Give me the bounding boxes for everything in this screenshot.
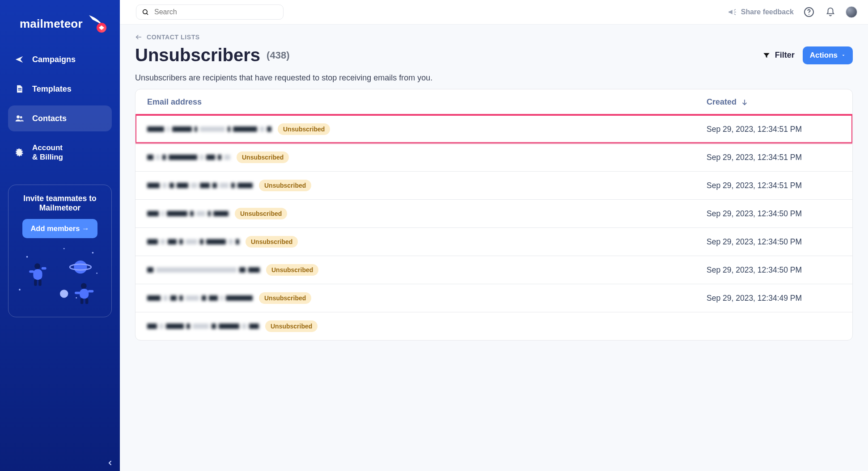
sidebar-item-label: Account& Billing <box>32 143 63 162</box>
table-row[interactable]: UnsubscribedSep 29, 2023, 12:34:50 PM <box>135 256 852 284</box>
cell-created: Sep 29, 2023, 12:34:51 PM <box>707 181 841 190</box>
svg-point-11 <box>74 260 87 273</box>
megaphone-icon <box>728 8 737 17</box>
column-created[interactable]: Created <box>707 97 841 107</box>
cell-email: Unsubscribed <box>147 151 707 163</box>
page-title: Unsubscribers <box>135 45 260 65</box>
status-badge: Unsubscribed <box>235 208 287 219</box>
sidebar-item-campaigns[interactable]: Campaigns <box>8 46 112 72</box>
sidebar-item-templates[interactable]: Templates <box>8 76 112 102</box>
table-row[interactable]: UnsubscribedSep 29, 2023, 12:34:51 PM <box>135 143 852 171</box>
help-icon[interactable] <box>803 6 815 18</box>
svg-point-14 <box>34 263 40 269</box>
svg-point-8 <box>96 273 97 274</box>
svg-point-29 <box>809 14 809 15</box>
brand-logo: mailmeteor <box>0 0 120 42</box>
redacted-email <box>147 155 230 160</box>
sidebar-item-account-billing[interactable]: Account& Billing <box>8 135 112 170</box>
cell-created: Sep 29, 2023, 12:34:49 PM <box>707 294 841 303</box>
svg-rect-25 <box>85 298 88 304</box>
redacted-email <box>147 295 253 301</box>
collapse-sidebar-button[interactable] <box>106 459 114 467</box>
share-feedback-label: Share feedback <box>741 8 794 16</box>
avatar[interactable] <box>846 6 857 18</box>
page-content: CONTACT LISTS Unsubscribers (438) Filter… <box>120 25 868 471</box>
unsubscribers-table: Email address Created UnsubscribedSep 29… <box>135 89 853 341</box>
svg-point-7 <box>64 248 65 249</box>
space-illustration <box>15 242 105 309</box>
svg-point-4 <box>20 116 22 118</box>
cell-email: Unsubscribed <box>147 292 707 304</box>
sidebar-nav: CampaignsTemplatesContactsAccount& Billi… <box>0 42 120 175</box>
cell-created: Sep 29, 2023, 12:34:50 PM <box>707 265 841 275</box>
templates-icon <box>14 84 24 94</box>
main-area: Share feedback CONTACT LISTS Unsubscrib <box>120 0 868 471</box>
cell-created: Sep 29, 2023, 12:34:50 PM <box>707 209 841 219</box>
svg-rect-24 <box>80 298 83 304</box>
cell-email: Unsubscribed <box>147 264 707 276</box>
page-count: (438) <box>267 50 289 61</box>
actions-button[interactable]: Actions <box>803 46 853 64</box>
cell-email: Unsubscribed <box>147 320 707 332</box>
add-members-button[interactable]: Add members → <box>22 219 97 238</box>
status-badge: Unsubscribed <box>259 180 311 191</box>
table-row[interactable]: UnsubscribedSep 29, 2023, 12:34:49 PM <box>135 284 852 312</box>
sidebar-item-contacts[interactable]: Contacts <box>8 105 112 131</box>
cell-email: Unsubscribed <box>147 208 707 219</box>
contacts-icon <box>14 114 24 123</box>
column-email[interactable]: Email address <box>147 97 707 107</box>
search-input[interactable] <box>153 8 278 17</box>
search-box[interactable] <box>136 4 284 20</box>
table-row[interactable]: UnsubscribedSep 29, 2023, 12:34:51 PM <box>135 171 852 199</box>
caret-down-icon <box>841 53 846 58</box>
svg-point-6 <box>92 252 94 253</box>
redacted-email <box>147 211 229 216</box>
svg-rect-17 <box>42 267 47 269</box>
account-billing-icon <box>14 147 24 157</box>
svg-point-9 <box>19 289 21 290</box>
campaigns-icon <box>14 55 24 64</box>
svg-rect-19 <box>38 279 41 286</box>
status-badge: Unsubscribed <box>266 264 318 276</box>
sidebar-item-label: Campaigns <box>32 55 76 64</box>
svg-rect-22 <box>88 290 93 293</box>
bell-icon[interactable] <box>824 6 837 18</box>
svg-point-13 <box>60 290 68 298</box>
actions-label: Actions <box>810 51 838 60</box>
invite-teammates-card: Invite teammates to Mailmeteor Add membe… <box>8 185 112 317</box>
table-row[interactable]: UnsubscribedSep 29, 2023, 12:34:50 PM <box>135 227 852 256</box>
arrow-left-icon <box>135 34 142 41</box>
table-row[interactable]: UnsubscribedSep 29, 2023, 12:34:51 PM <box>135 115 852 143</box>
redacted-email <box>147 239 239 244</box>
redacted-email <box>147 267 260 273</box>
svg-point-3 <box>17 115 20 118</box>
table-row[interactable]: Unsubscribed <box>135 312 852 340</box>
cell-email: Unsubscribed <box>147 236 707 248</box>
search-icon <box>142 8 149 16</box>
svg-rect-2 <box>18 90 22 91</box>
status-badge: Unsubscribed <box>246 236 298 248</box>
breadcrumb-back[interactable]: CONTACT LISTS <box>135 34 853 41</box>
status-badge: Unsubscribed <box>237 151 289 163</box>
filter-button[interactable]: Filter <box>762 50 795 60</box>
cell-created: Sep 29, 2023, 12:34:51 PM <box>707 153 841 162</box>
svg-point-10 <box>76 297 77 299</box>
table-row[interactable]: UnsubscribedSep 29, 2023, 12:34:50 PM <box>135 199 852 227</box>
svg-rect-16 <box>29 270 34 273</box>
status-badge: Unsubscribed <box>278 123 330 135</box>
svg-rect-15 <box>33 269 42 280</box>
svg-point-5 <box>26 256 28 257</box>
cell-created: Sep 29, 2023, 12:34:50 PM <box>707 237 841 247</box>
redacted-email <box>147 183 253 188</box>
filter-icon <box>762 51 771 59</box>
cell-email: Unsubscribed <box>147 180 707 191</box>
redacted-email <box>147 324 259 329</box>
sidebar-item-label: Contacts <box>32 114 67 123</box>
filter-label: Filter <box>775 50 795 60</box>
share-feedback-button[interactable]: Share feedback <box>728 8 794 17</box>
topbar: Share feedback <box>120 0 868 25</box>
cell-created: Sep 29, 2023, 12:34:51 PM <box>707 125 841 134</box>
sort-desc-icon <box>741 99 748 106</box>
meteor-icon <box>86 13 107 34</box>
breadcrumb-label: CONTACT LISTS <box>147 34 200 41</box>
